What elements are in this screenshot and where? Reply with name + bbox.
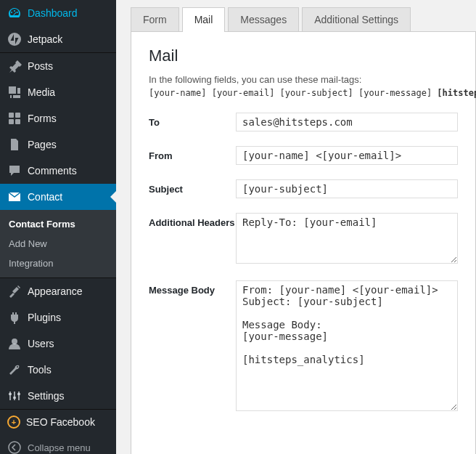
sidebar-item-contact[interactable]: Contact	[0, 184, 116, 210]
tab-messages[interactable]: Messages	[228, 7, 299, 31]
label-additional-headers: Additional Headers	[149, 213, 236, 266]
mail-panel: Mail In the following fields, you can us…	[131, 31, 476, 454]
input-from[interactable]	[236, 146, 458, 165]
submenu-item-add-new[interactable]: Add New	[0, 234, 116, 254]
submenu-contact: Contact Forms Add New Integration	[0, 210, 116, 277]
media-icon	[7, 85, 22, 100]
sidebar-item-tools[interactable]: Tools	[0, 357, 116, 383]
menu-label: Plugins	[28, 312, 61, 323]
sidebar-item-posts[interactable]: Posts	[0, 53, 116, 79]
row-subject: Subject	[149, 179, 458, 198]
pages-icon	[7, 137, 22, 152]
svg-point-13	[9, 442, 20, 453]
panel-intro: In the following fields, you can use the…	[149, 74, 458, 85]
menu-label: Users	[28, 338, 54, 349]
sidebar-item-plugins[interactable]: Plugins	[0, 304, 116, 331]
menu-label: Dashboard	[28, 7, 78, 19]
menu-label: Appearance	[28, 285, 83, 297]
plus-circle-icon: +	[7, 416, 20, 429]
sidebar-item-forms[interactable]: Forms	[0, 105, 116, 131]
menu-label: SEO Facebook	[26, 416, 95, 428]
row-message-body: Message Body	[149, 280, 458, 413]
svg-rect-4	[15, 119, 20, 124]
tools-icon	[7, 362, 22, 377]
menu-label: Settings	[28, 390, 65, 402]
sidebar-item-seo-facebook[interactable]: + SEO Facebook	[0, 410, 116, 434]
menu-label: Media	[28, 86, 55, 98]
collapse-label: Collapse menu	[28, 442, 91, 453]
sidebar-item-users[interactable]: Users	[0, 331, 116, 357]
sidebar-item-settings[interactable]: Settings	[0, 383, 116, 409]
collapse-icon	[7, 440, 22, 454]
row-from: From	[149, 146, 458, 165]
forms-icon	[7, 111, 22, 126]
svg-rect-10	[9, 393, 12, 395]
svg-point-0	[8, 33, 21, 46]
menu-label: Comments	[28, 165, 77, 177]
panel-heading: Mail	[149, 46, 458, 65]
menu-label: Jetpack	[28, 33, 62, 45]
sidebar-item-dashboard[interactable]: Dashboard	[0, 0, 116, 26]
svg-rect-9	[18, 392, 20, 400]
admin-sidebar: Dashboard Jetpack Posts Media Forms	[0, 0, 116, 454]
svg-rect-3	[9, 119, 14, 124]
submenu-item-integration[interactable]: Integration	[0, 254, 116, 273]
menu-label: Forms	[28, 113, 57, 124]
tab-mail[interactable]: Mail	[182, 7, 226, 32]
tab-additional-settings[interactable]: Additional Settings	[302, 7, 411, 31]
collapse-menu[interactable]: Collapse menu	[0, 434, 116, 454]
menu-label: Tools	[28, 364, 52, 376]
svg-rect-7	[9, 392, 11, 400]
jetpack-icon	[7, 32, 22, 46]
label-subject: Subject	[149, 179, 236, 198]
textarea-message-body[interactable]	[236, 280, 458, 411]
sidebar-item-appearance[interactable]: Appearance	[0, 278, 116, 304]
row-to: To	[149, 113, 458, 131]
main-content: Form Mail Messages Additional Settings M…	[116, 0, 476, 454]
menu-label: Contact	[28, 191, 62, 203]
submenu-item-contact-forms[interactable]: Contact Forms	[0, 214, 116, 234]
pin-icon	[7, 59, 22, 73]
label-from: From	[149, 146, 236, 165]
sidebar-item-pages[interactable]: Pages	[0, 131, 116, 158]
input-subject[interactable]	[236, 179, 458, 198]
sidebar-item-media[interactable]: Media	[0, 79, 116, 105]
dashboard-icon	[7, 6, 22, 20]
svg-point-6	[12, 339, 17, 344]
comments-icon	[7, 163, 22, 178]
plugins-icon	[7, 310, 22, 325]
tab-form[interactable]: Form	[131, 7, 179, 31]
svg-rect-11	[13, 397, 16, 399]
label-to: To	[149, 113, 236, 131]
input-to[interactable]	[236, 113, 458, 131]
svg-rect-12	[17, 393, 20, 395]
users-icon	[7, 336, 22, 351]
mail-tags: [your-name] [your-email] [your-subject] …	[149, 88, 458, 98]
textarea-additional-headers[interactable]	[236, 213, 458, 264]
menu-label: Posts	[28, 60, 53, 72]
sidebar-item-comments[interactable]: Comments	[0, 158, 116, 184]
label-message-body: Message Body	[149, 280, 236, 413]
settings-icon	[7, 389, 22, 403]
mail-icon	[7, 190, 22, 204]
svg-rect-1	[9, 113, 14, 118]
menu-label: Pages	[28, 139, 57, 150]
sidebar-item-jetpack[interactable]: Jetpack	[0, 26, 116, 52]
tabs: Form Mail Messages Additional Settings	[131, 7, 476, 31]
svg-rect-2	[15, 113, 20, 118]
svg-rect-8	[14, 392, 15, 400]
row-additional-headers: Additional Headers	[149, 213, 458, 266]
appearance-icon	[7, 284, 22, 299]
